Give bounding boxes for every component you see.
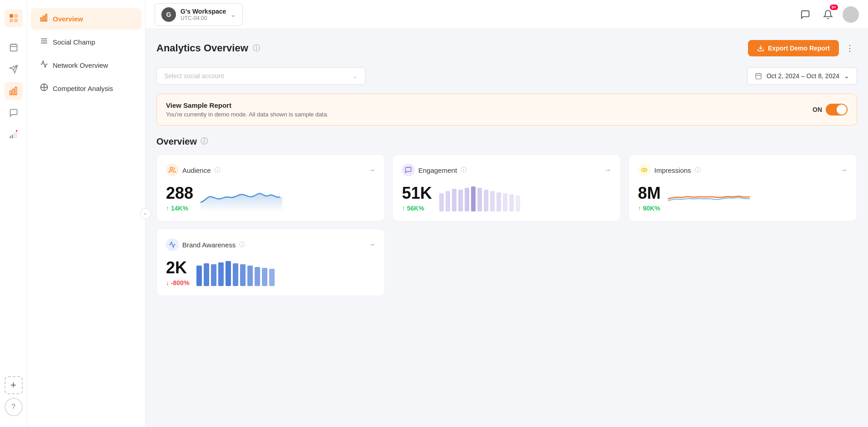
workspace-info: G's Workspace UTC-04:00 <box>181 8 226 21</box>
sidebar-collapse-button[interactable]: ← <box>140 208 151 219</box>
analytics-icon[interactable] <box>5 82 23 100</box>
overview-section-title: Overview ⓘ <box>156 136 857 147</box>
date-range-picker[interactable]: Oct 2, 2024 – Oct 8, 2024 ⌄ <box>747 67 857 85</box>
impressions-chart <box>668 184 848 211</box>
sidebar-item-social-champ-label: Social Champ <box>53 38 95 46</box>
brand-awareness-card: Brand Awareness ⓘ → 2K ↓ -800% <box>156 229 385 296</box>
svg-rect-58 <box>262 268 267 286</box>
header-right: Export Demo Report ⋮ <box>748 40 857 56</box>
icon-bar: + ? <box>0 0 27 427</box>
send-icon[interactable] <box>5 60 23 78</box>
svg-rect-10 <box>10 91 11 95</box>
svg-rect-41 <box>477 188 482 211</box>
workspace-name: G's Workspace <box>181 8 226 15</box>
demo-banner-text: View Sample Report You're currently in d… <box>166 101 329 118</box>
calendar-icon[interactable] <box>5 38 23 56</box>
account-select-chevron: ⌄ <box>352 72 358 80</box>
brand-awareness-change: ↓ -800% <box>166 279 189 286</box>
workspace-chevron: ⌄ <box>231 11 236 18</box>
impressions-card-arrow[interactable]: → <box>840 166 848 174</box>
audience-card-value: 288 <box>166 184 193 203</box>
add-icon[interactable]: + <box>5 376 23 394</box>
svg-rect-16 <box>15 131 16 138</box>
svg-rect-40 <box>471 186 476 211</box>
demo-banner: View Sample Report You're currently in d… <box>156 94 857 126</box>
svg-rect-43 <box>490 191 495 211</box>
overview-icon <box>40 14 48 24</box>
svg-rect-54 <box>233 263 238 286</box>
brand-awareness-value: 2K <box>166 258 189 277</box>
impressions-card-value: 8M <box>638 184 661 203</box>
social-champ-icon <box>40 37 48 47</box>
engagement-card: Engagement ⓘ → 51K ↑ 56K% <box>392 154 621 221</box>
svg-rect-35 <box>439 193 444 211</box>
notifications-wrapper[interactable]: 9+ <box>820 6 836 23</box>
engagement-card-icon <box>402 164 415 176</box>
impressions-info-icon[interactable]: ⓘ <box>695 166 701 174</box>
engagement-card-arrow[interactable]: → <box>604 166 612 174</box>
workspace-selector[interactable]: G G's Workspace UTC-04:00 ⌄ <box>155 3 243 26</box>
svg-rect-30 <box>756 74 761 79</box>
signal-icon[interactable] <box>5 126 23 144</box>
svg-rect-19 <box>43 16 45 21</box>
demo-toggle-wrapper: ON <box>813 104 848 116</box>
impressions-card-icon <box>638 164 651 176</box>
content-area: Analytics Overview ⓘ Export Demo Report … <box>146 29 868 427</box>
svg-rect-36 <box>446 191 450 211</box>
topbar-right: 9+ <box>797 6 859 23</box>
engagement-card-title: Engagement <box>418 166 457 174</box>
sidebar-item-network-overview[interactable]: Network Overview <box>31 55 141 76</box>
sidebar-item-competitor-analysis[interactable]: Competitor Analysis <box>31 78 141 99</box>
sidebar-item-overview[interactable]: Overview <box>31 8 141 30</box>
svg-rect-38 <box>458 190 463 211</box>
svg-rect-47 <box>516 196 520 211</box>
messages-icon[interactable] <box>797 6 813 23</box>
brand-awareness-arrow[interactable]: → <box>368 241 376 249</box>
brand-awareness-info-icon[interactable]: ⓘ <box>239 241 245 249</box>
svg-rect-18 <box>41 18 42 21</box>
calendar-icon <box>755 72 762 80</box>
svg-rect-57 <box>255 267 260 286</box>
audience-card-arrow[interactable]: → <box>368 166 376 174</box>
network-overview-icon <box>40 60 48 70</box>
sidebar: Overview Social Champ Network Overview C… <box>27 0 146 427</box>
user-avatar[interactable] <box>843 6 859 23</box>
svg-rect-11 <box>12 89 14 95</box>
svg-rect-0 <box>10 14 13 18</box>
page-title-info-icon[interactable]: ⓘ <box>253 44 260 53</box>
svg-rect-55 <box>240 264 246 286</box>
overview-info-icon[interactable]: ⓘ <box>201 137 208 146</box>
help-icon[interactable]: ? <box>5 398 23 416</box>
svg-rect-52 <box>218 262 224 286</box>
audience-card-change: ↑ 14K% <box>166 205 193 212</box>
impressions-card-change: ↑ 90K% <box>638 205 661 212</box>
app-logo-icon[interactable] <box>5 9 23 27</box>
svg-rect-42 <box>484 190 488 211</box>
svg-point-17 <box>16 130 17 131</box>
page-more-menu-button[interactable]: ⋮ <box>843 41 857 55</box>
audience-card-icon <box>166 164 179 176</box>
notification-badge: 9+ <box>830 5 838 10</box>
brand-awareness-title: Brand Awareness <box>182 241 236 249</box>
svg-rect-59 <box>269 269 275 286</box>
svg-rect-53 <box>226 261 231 286</box>
sidebar-item-social-champ[interactable]: Social Champ <box>31 31 141 53</box>
demo-banner-title: View Sample Report <box>166 101 329 109</box>
svg-rect-14 <box>11 135 12 138</box>
chat-icon[interactable] <box>5 104 23 122</box>
audience-info-icon[interactable]: ⓘ <box>215 166 221 174</box>
workspace-timezone: UTC-04:00 <box>181 15 226 21</box>
export-demo-report-button[interactable]: Export Demo Report <box>748 40 839 56</box>
svg-rect-1 <box>14 14 18 18</box>
svg-rect-39 <box>465 188 469 211</box>
svg-rect-46 <box>509 194 514 211</box>
account-select-dropdown[interactable]: Select social account ⌄ <box>156 67 366 85</box>
engagement-info-icon[interactable]: ⓘ <box>461 166 467 174</box>
sidebar-item-competitor-analysis-label: Competitor Analysis <box>53 85 113 92</box>
date-range-value: Oct 2, 2024 – Oct 8, 2024 <box>767 72 839 80</box>
brand-awareness-chart <box>196 259 376 286</box>
svg-rect-15 <box>14 133 15 139</box>
date-range-chevron: ⌄ <box>844 72 849 80</box>
sidebar-item-overview-label: Overview <box>53 15 83 23</box>
demo-mode-toggle[interactable] <box>826 104 848 116</box>
